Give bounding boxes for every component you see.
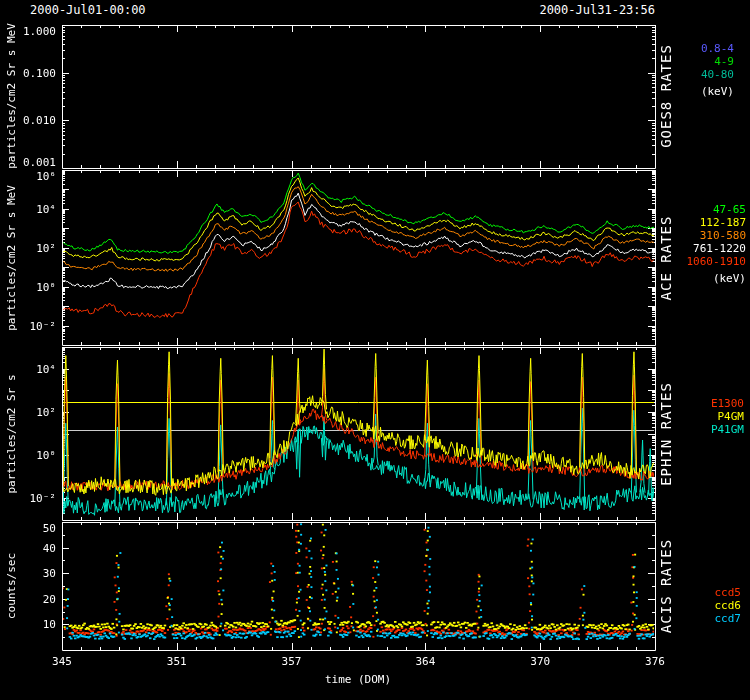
panel-label-acis-rates: ACIS RATES <box>658 539 674 633</box>
y-axis-title-goes8: particles/cm2 Sr s MeV <box>5 23 18 169</box>
radiation-monitor-screen: 2000-Jul01-00:00 2000-Jul31-23:56 1.0000… <box>0 0 750 700</box>
plot-canvas <box>0 0 750 700</box>
panel-label-ace-rates: ACE RATES <box>658 216 674 301</box>
panel-label-goes8-rates: GOES8 RATES <box>658 44 674 148</box>
y-axis-title-ephin: particles/cm2 Sr s <box>5 374 18 493</box>
y-axis-title-acis: counts/sec <box>5 553 18 619</box>
x-axis-title: time (DOM) <box>325 673 391 686</box>
panel-label-ephin-rates: EPHIN RATES <box>658 382 674 486</box>
y-axis-title-ace: particles/cm2 Sr s MeV <box>5 185 18 331</box>
